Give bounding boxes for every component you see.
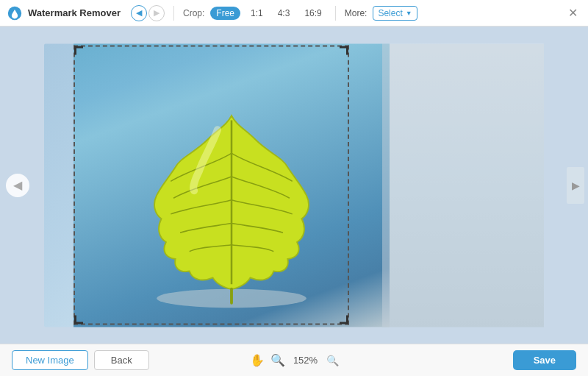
leaf-image	[136, 106, 327, 312]
hand-tool-icon[interactable]: ✋	[250, 353, 265, 367]
app-title: Watermark Remover	[28, 7, 121, 18]
titlebar: Watermark Remover ◀ ▶ Crop: Free 1:1 4:3…	[0, 0, 588, 26]
ratio-16-9-button[interactable]: 16:9	[300, 7, 326, 20]
zoom-in-icon[interactable]: 🔍	[270, 353, 285, 367]
nav-back-button[interactable]: ◀	[131, 5, 147, 21]
leaf-area	[74, 43, 390, 327]
next-image-button[interactable]: ▶	[567, 167, 584, 204]
more-label: More:	[345, 8, 368, 18]
prev-image-button[interactable]: ◀	[6, 174, 29, 197]
close-button[interactable]: ✕	[564, 5, 581, 21]
dropdown-arrow-icon: ▼	[406, 10, 412, 17]
back-button[interactable]: Back	[94, 350, 149, 370]
image-container	[44, 43, 544, 327]
bottom-left-buttons: New Image Back	[12, 350, 149, 370]
separator-2	[335, 6, 336, 21]
new-image-button[interactable]: New Image	[12, 350, 88, 370]
separator-1	[173, 6, 174, 21]
canvas-area: ◀ ▶	[0, 26, 588, 344]
zoom-out-icon[interactable]: 🔍	[326, 355, 339, 366]
prev-arrow-icon: ◀	[13, 178, 22, 192]
nav-buttons: ◀ ▶	[131, 5, 165, 21]
crop-free-button[interactable]: Free	[210, 7, 240, 20]
save-button[interactable]: Save	[513, 350, 576, 370]
app-logo-icon	[7, 6, 22, 21]
ratio-1-1-button[interactable]: 1:1	[246, 7, 268, 20]
bottom-toolbar: New Image Back ✋ 🔍 152% 🔍 Save	[0, 344, 588, 376]
nav-forward-button[interactable]: ▶	[148, 5, 165, 21]
select-label: Select	[378, 8, 402, 18]
zoom-level: 152%	[291, 355, 320, 366]
zoom-controls: ✋ 🔍 152% 🔍	[250, 353, 339, 367]
crop-label: Crop:	[183, 8, 204, 18]
next-arrow-icon: ▶	[572, 180, 580, 191]
select-dropdown[interactable]: Select ▼	[373, 6, 417, 21]
ratio-4-3-button[interactable]: 4:3	[273, 7, 295, 20]
bg-right-area	[382, 43, 544, 327]
